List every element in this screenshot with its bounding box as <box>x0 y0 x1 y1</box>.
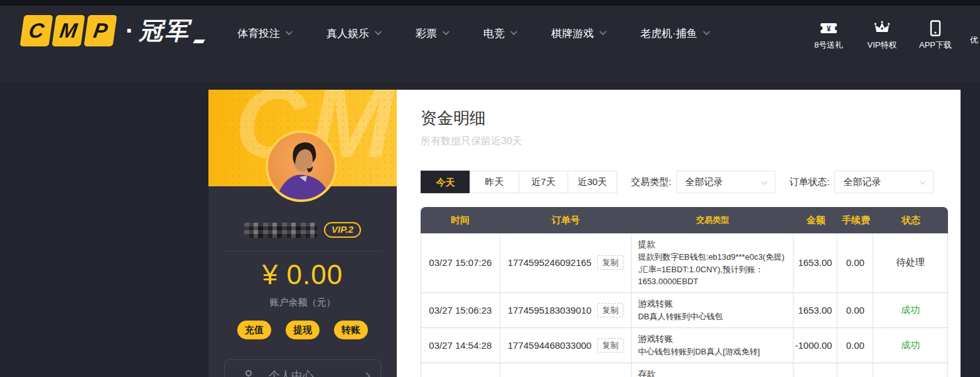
site-logo[interactable]: C M P · 冠军 <box>22 15 204 46</box>
tab-today[interactable]: 今天 <box>421 171 470 193</box>
crown-icon <box>874 20 890 36</box>
copy-button[interactable]: 复制 <box>597 255 623 270</box>
cell-type: 游戏转账 DB真人转账到中心钱包 <box>632 293 793 327</box>
cell-type: 提款 提款到数字EB钱包:eb13d9***e0c3(免提) ,汇率=1EBDT… <box>632 233 793 292</box>
page-subtitle: 所有数据只保留近30天 <box>421 135 522 148</box>
select-value: 全部记录 <box>685 176 723 187</box>
phone-icon <box>929 20 942 36</box>
wallet-action-buttons: 充值 提现 转账 <box>208 321 397 339</box>
nav-item-live-casino[interactable]: 真人娱乐 <box>326 26 380 41</box>
top-nav-bar: C M P · 冠军 体育投注 真人娱乐 彩票 电竞 <box>0 0 980 82</box>
nav-item-label: 电竞 <box>483 26 505 41</box>
gift-8th-button[interactable]: ¥ 8号送礼 <box>809 20 849 51</box>
logo-letter-box: P <box>83 15 117 46</box>
sidebar-item-personal-center[interactable]: 个人中心 <box>224 359 381 377</box>
table-row: 03/27 14:54:28 1774594468033000 复制 游戏转账 … <box>421 328 947 363</box>
transfer-button[interactable]: 转账 <box>334 321 368 339</box>
type-title: 存款 <box>638 368 655 377</box>
nav-item-label: 棋牌游戏 <box>551 26 594 41</box>
tab-last-30-days[interactable]: 近30天 <box>568 171 617 193</box>
vip-level-badge: VIP.2 <box>324 222 361 238</box>
logo-dash-decoration <box>193 40 205 43</box>
user-identity-row: VIP.2 <box>208 222 397 238</box>
copy-button[interactable]: 复制 <box>597 338 623 353</box>
cell-fee: 0.00 <box>837 233 873 292</box>
status-badge: 待处理 <box>873 233 947 292</box>
cell-order: 1774594308105163 复制 <box>500 363 632 377</box>
nav-item-slots-fishing[interactable]: 老虎机·捕鱼 <box>640 26 708 41</box>
sidebar-divider <box>223 251 382 252</box>
nav-item-esports[interactable]: 电竞 <box>483 26 515 41</box>
util-label: APP下载 <box>919 40 952 51</box>
nav-item-sports[interactable]: 体育投注 <box>237 26 291 41</box>
status-badge: 成功 <box>873 293 947 327</box>
tab-last-7-days[interactable]: 近7天 <box>519 171 568 193</box>
order-status-label: 订单状态: <box>789 176 829 188</box>
table-row: 03/27 14:51:48 1774594308105163 复制 存款 支付… <box>421 363 947 377</box>
status-badge: 成功 <box>873 363 947 377</box>
order-number: 1774594468033000 <box>508 340 591 351</box>
withdraw-button[interactable]: 提现 <box>286 321 320 339</box>
nav-item-label: 体育投注 <box>237 26 280 41</box>
nav-item-partial[interactable]: 优 <box>970 35 980 46</box>
logo-dot: · <box>126 15 134 46</box>
username-censored <box>244 223 317 238</box>
nav-item-label: 彩票 <box>416 26 437 41</box>
cell-amount: 1653.00 <box>794 293 838 327</box>
copy-button[interactable]: 复制 <box>597 303 623 317</box>
cell-fee: 0.00 <box>837 328 873 363</box>
column-header-status: 状态 <box>874 215 948 226</box>
column-header-type: 交易类型 <box>632 214 794 226</box>
funds-detail-panel: 资金明细 所有数据只保留近30天 今天 昨天 近7天 近30天 交易类型: 全部… <box>397 90 961 377</box>
cell-type: 存款 支付宝小额扫码(qp)-支付宝小扫码-手机版 充值 <box>632 363 793 377</box>
column-header-amount: 金额 <box>794 215 838 226</box>
table-row: 03/27 15:06:23 1774595183039010 复制 游戏转账 … <box>421 293 947 328</box>
cell-time: 03/27 15:06:23 <box>421 293 500 327</box>
svg-text:¥: ¥ <box>827 24 831 33</box>
deposit-button[interactable]: 充值 <box>237 321 271 339</box>
chevron-down-icon <box>286 28 293 35</box>
cell-amount: 1000.00 <box>794 363 838 377</box>
table-header-row: 时间 订单号 交易类型 金额 手续费 状态 <box>421 207 948 233</box>
column-header-order: 订单号 <box>500 215 632 226</box>
order-status-select[interactable]: 全部记录 <box>834 171 934 193</box>
cell-order: 1774594468033000 复制 <box>500 328 632 363</box>
cell-amount: 1653.00 <box>794 233 838 292</box>
sidebar-item-label: 个人中心 <box>269 368 314 377</box>
tab-yesterday[interactable]: 昨天 <box>470 171 519 193</box>
transaction-type-select[interactable]: 全部记录 <box>676 171 775 193</box>
chevron-down-icon <box>703 28 709 35</box>
cell-time: 03/27 14:51:48 <box>421 363 500 377</box>
chevron-down-icon <box>600 28 606 35</box>
chevron-right-icon <box>362 372 370 377</box>
type-title: 游戏转账 <box>638 332 673 346</box>
account-balance-value: ¥ 0.00 <box>208 259 397 290</box>
avatar[interactable] <box>266 130 337 202</box>
app-download-button[interactable]: APP下载 <box>915 20 956 51</box>
chevron-down-icon <box>762 179 768 185</box>
vip-privilege-button[interactable]: VIP特权 <box>862 20 902 51</box>
filter-bar: 今天 昨天 近7天 近30天 交易类型: 全部记录 订单状态: 全部记录 <box>421 171 934 193</box>
transactions-table: 时间 订单号 交易类型 金额 手续费 状态 03/27 15:07:26 177… <box>421 207 948 377</box>
cell-time: 03/27 14:54:28 <box>421 328 500 363</box>
nav-item-board-games[interactable]: 棋牌游戏 <box>551 26 605 41</box>
person-icon <box>241 368 256 377</box>
nav-utilities: ¥ 8号送礼 VIP特权 <box>809 20 956 51</box>
nav-item-lottery[interactable]: 彩票 <box>416 26 448 41</box>
top-strip <box>0 0 980 6</box>
main-nav-menu: 体育投注 真人娱乐 彩票 电竞 棋牌游戏 老虎机·捕鱼 <box>237 26 708 41</box>
chevron-down-icon <box>375 28 382 35</box>
table-row: 03/27 15:07:26 1774595246092165 复制 提款 提款… <box>421 233 947 293</box>
util-label: 8号送礼 <box>814 40 843 51</box>
status-badge: 成功 <box>873 328 947 363</box>
type-description: 中心钱包转账到DB真人[游戏免转] <box>638 346 760 358</box>
util-label: VIP特权 <box>868 40 897 51</box>
column-header-time: 时间 <box>421 215 500 226</box>
account-balance-label: 账户余额（元） <box>208 297 397 309</box>
cell-amount: -1000.00 <box>794 328 838 363</box>
order-number: 1774595183039010 <box>508 305 591 316</box>
logo-letter-box: M <box>51 15 85 46</box>
gift-ticket-icon: ¥ <box>820 20 837 36</box>
cell-time: 03/27 15:07:26 <box>421 233 500 292</box>
order-number: 1774595246092165 <box>508 257 591 268</box>
